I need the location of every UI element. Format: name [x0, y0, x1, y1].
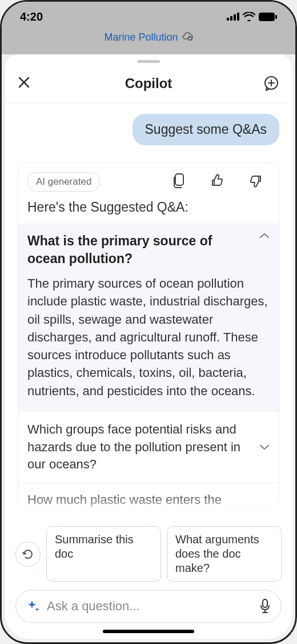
qa-question: What is the primary source of ocean poll…	[27, 232, 254, 268]
svg-rect-8	[175, 174, 183, 185]
qa-question-partial: How much plastic waste enters the	[27, 492, 222, 507]
new-chat-button[interactable]	[261, 75, 279, 92]
thumbs-up-button[interactable]	[210, 174, 224, 190]
status-bar: 4:20	[2, 2, 295, 31]
wifi-icon	[243, 12, 255, 21]
cloud-sync-icon	[182, 31, 193, 41]
refresh-suggestions-button[interactable]	[15, 542, 41, 567]
footer: Summarise this doc What arguments does t…	[5, 519, 292, 639]
svg-rect-5	[275, 15, 277, 19]
chevron-down-icon	[259, 444, 270, 451]
suggestion-chip-arguments[interactable]: What arguments does the doc make?	[167, 526, 282, 582]
suggestions-row: Summarise this doc What arguments does t…	[15, 526, 282, 582]
battery-icon	[259, 13, 277, 21]
chat-body[interactable]: Suggest some Q&As AI generated Here's th…	[5, 104, 292, 519]
status-time: 4:20	[20, 10, 43, 23]
sparkle-icon	[26, 599, 40, 613]
svg-rect-2	[234, 14, 236, 21]
copy-button[interactable]	[172, 173, 185, 190]
qa-item-expanded[interactable]: What is the primary source of ocean poll…	[18, 223, 279, 411]
chevron-up-icon	[259, 232, 270, 239]
close-button[interactable]	[18, 74, 36, 93]
thumbs-down-icon	[249, 174, 263, 188]
svg-rect-3	[237, 13, 239, 21]
svg-rect-1	[230, 16, 232, 21]
sheet-title: Copilot	[36, 75, 261, 92]
thumbs-up-icon	[210, 174, 224, 188]
sheet-grabber[interactable]	[137, 60, 160, 63]
svg-rect-9	[263, 599, 267, 607]
chat-plus-icon	[263, 75, 279, 92]
svg-rect-0	[227, 18, 229, 21]
ai-response-card: AI generated Here's the Suggested Q&A:	[18, 162, 279, 508]
user-message-bubble: Suggest some Q&As	[133, 114, 280, 145]
refresh-icon	[22, 548, 34, 560]
qa-question: Which groups face potential risks and ha…	[27, 421, 254, 474]
copilot-sheet: Copilot Suggest some Q&As AI generated	[5, 54, 292, 639]
qa-item-peek[interactable]: How much plastic waste enters the	[18, 483, 279, 507]
input-bar[interactable]: Ask a question...	[15, 590, 282, 623]
thumbs-down-button[interactable]	[249, 174, 263, 190]
close-icon	[18, 76, 30, 89]
qa-answer: The primary sources of ocean pollution i…	[27, 275, 270, 400]
doc-title[interactable]: Marine Pollution	[104, 31, 178, 43]
suggestion-chip-summarise[interactable]: Summarise this doc	[46, 526, 161, 582]
sheet-header: Copilot	[5, 66, 292, 104]
input-placeholder: Ask a question...	[47, 599, 252, 614]
home-indicator[interactable]	[103, 630, 194, 633]
ai-generated-badge: AI generated	[27, 172, 100, 192]
status-icons	[227, 12, 277, 21]
copy-icon	[172, 173, 185, 188]
mic-icon[interactable]	[259, 599, 271, 614]
ai-card-header: AI generated	[18, 172, 279, 200]
svg-rect-4	[259, 13, 275, 21]
ai-intro-text: Here's the Suggested Q&A:	[18, 200, 279, 223]
doc-title-bar: Marine Pollution	[2, 31, 295, 54]
cellular-icon	[227, 13, 239, 21]
qa-item-collapsed[interactable]: Which groups face potential risks and ha…	[18, 411, 279, 483]
ai-actions	[172, 173, 270, 190]
